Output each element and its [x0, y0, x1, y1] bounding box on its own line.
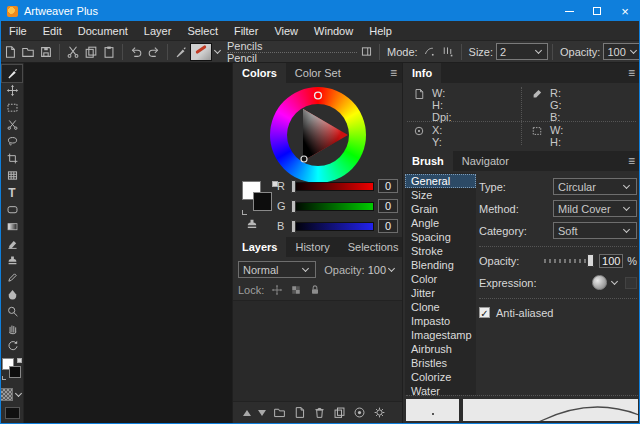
copy-button[interactable] — [82, 43, 100, 61]
brush-category-blending[interactable]: Blending — [405, 258, 476, 272]
pencil-tool[interactable] — [2, 269, 22, 286]
zoom-tool[interactable] — [2, 303, 22, 320]
new-group-icon[interactable] — [273, 406, 286, 419]
info-panel-menu-icon[interactable]: ≡ — [628, 66, 635, 80]
brush-category-bristles[interactable]: Bristles — [405, 356, 476, 370]
save-button[interactable] — [37, 43, 55, 61]
panel-color-swatches[interactable] — [242, 181, 278, 215]
freehand-mode-button[interactable] — [421, 43, 439, 61]
scissors-tool[interactable] — [2, 116, 22, 133]
layer-properties-gear-icon[interactable] — [373, 406, 386, 419]
minimize-button[interactable] — [555, 1, 583, 21]
green-slider[interactable] — [291, 202, 374, 211]
opacity-dropdown[interactable]: 100 — [603, 43, 639, 60]
hand-tool[interactable] — [2, 320, 22, 337]
tab-selections[interactable]: Selections — [339, 237, 408, 257]
brush-category-stroke[interactable]: Stroke — [405, 244, 476, 258]
pattern-picker[interactable] — [0, 388, 24, 401]
antialiased-checkbox[interactable]: ✓ — [479, 307, 490, 318]
hue-marker[interactable] — [315, 92, 322, 99]
saturation-triangle[interactable] — [270, 87, 366, 183]
tab-brush[interactable]: Brush — [403, 151, 453, 171]
blue-value[interactable]: 0 — [378, 219, 398, 233]
tab-info[interactable]: Info — [403, 63, 441, 83]
lock-position-icon[interactable] — [271, 284, 283, 296]
open-button[interactable] — [19, 43, 37, 61]
green-slider-handle[interactable] — [291, 200, 296, 213]
stamp-tool[interactable] — [2, 252, 22, 269]
tab-history[interactable]: History — [286, 237, 338, 257]
tab-layers[interactable]: Layers — [233, 237, 286, 257]
brush-opacity-slider[interactable] — [544, 259, 594, 263]
brush-panel-menu-icon[interactable]: ≡ — [628, 154, 635, 168]
layer-opacity-dropdown[interactable]: 100 — [368, 264, 397, 276]
cut-button[interactable] — [64, 43, 82, 61]
brush-category-impasto[interactable]: Impasto — [405, 314, 476, 328]
brush-category-color[interactable]: Color — [405, 272, 476, 286]
current-brush-name[interactable]: Pencils Pencil — [227, 41, 357, 63]
close-button[interactable]: × — [611, 1, 639, 21]
undo-button[interactable] — [127, 43, 145, 61]
blue-slider[interactable] — [291, 222, 374, 231]
rotate-tool[interactable] — [2, 337, 22, 354]
eraser-tool[interactable] — [2, 235, 22, 252]
expression-settings-button[interactable] — [625, 277, 637, 289]
new-document-button[interactable] — [1, 43, 19, 61]
layers-list[interactable] — [233, 300, 402, 401]
expression-chevron-icon[interactable] — [611, 278, 618, 285]
menu-window[interactable]: Window — [306, 25, 361, 37]
brush-category-airbrush[interactable]: Airbrush — [405, 342, 476, 356]
red-slider-handle[interactable] — [291, 180, 296, 193]
color-wheel[interactable] — [270, 87, 366, 183]
lock-transparency-icon[interactable] — [290, 284, 302, 296]
brush-category-jitter[interactable]: Jitter — [405, 286, 476, 300]
brush-opacity-handle[interactable] — [587, 254, 594, 267]
duplicate-layer-icon[interactable] — [333, 406, 346, 419]
shape-tool[interactable] — [2, 201, 22, 218]
straight-lines-mode-button[interactable] — [439, 43, 457, 61]
menu-filter[interactable]: Filter — [226, 25, 266, 37]
size-dropdown[interactable]: 2 — [496, 43, 548, 60]
brush-category-angle[interactable]: Angle — [405, 216, 476, 230]
paste-button[interactable] — [100, 43, 118, 61]
tool-option-swatch[interactable] — [5, 407, 20, 419]
brush-tool[interactable] — [2, 65, 22, 82]
text-tool[interactable]: T — [2, 184, 22, 201]
brush-category-size[interactable]: Size — [405, 188, 476, 202]
swap-colors-icon[interactable] — [17, 358, 22, 363]
blue-slider-handle[interactable] — [291, 220, 296, 233]
tab-colors[interactable]: Colors — [233, 63, 286, 83]
canvas-area[interactable] — [23, 63, 232, 423]
lock-all-icon[interactable] — [309, 284, 321, 296]
redo-button[interactable] — [145, 43, 163, 61]
color-stamp-icon[interactable] — [245, 217, 259, 231]
saturation-marker[interactable] — [301, 156, 307, 162]
maximize-button[interactable] — [583, 1, 611, 21]
brush-category-clone[interactable]: Clone — [405, 300, 476, 314]
brush-picker-chevron-icon[interactable] — [214, 47, 221, 54]
move-layer-down-icon[interactable] — [258, 410, 266, 416]
move-tool[interactable] — [2, 82, 22, 99]
red-slider[interactable] — [291, 182, 374, 191]
menu-view[interactable]: View — [266, 25, 306, 37]
type-dropdown[interactable]: Circular — [553, 178, 637, 195]
brush-tool-button[interactable] — [172, 43, 190, 61]
brush-category-colorize[interactable]: Colorize — [405, 370, 476, 384]
menu-document[interactable]: Document — [70, 25, 136, 37]
red-value[interactable]: 0 — [378, 179, 398, 193]
colors-panel-menu-icon[interactable]: ≡ — [390, 66, 397, 80]
crop-tool[interactable] — [2, 150, 22, 167]
reset-colors-icon[interactable] — [2, 376, 6, 380]
mosaic-tool[interactable] — [2, 167, 22, 184]
layer-effects-icon[interactable] — [353, 406, 366, 419]
background-color-swatch[interactable] — [9, 366, 21, 378]
new-layer-icon[interactable] — [293, 406, 306, 419]
pattern-swatch[interactable] — [0, 388, 13, 401]
foreground-background-swatches[interactable] — [2, 358, 22, 382]
fill-tool[interactable] — [2, 286, 22, 303]
menu-layer[interactable]: Layer — [136, 25, 180, 37]
delete-layer-icon[interactable] — [313, 406, 326, 419]
lasso-tool[interactable] — [2, 133, 22, 150]
background-color-swatch[interactable] — [253, 192, 272, 211]
expression-texture-icon[interactable] — [592, 275, 607, 290]
